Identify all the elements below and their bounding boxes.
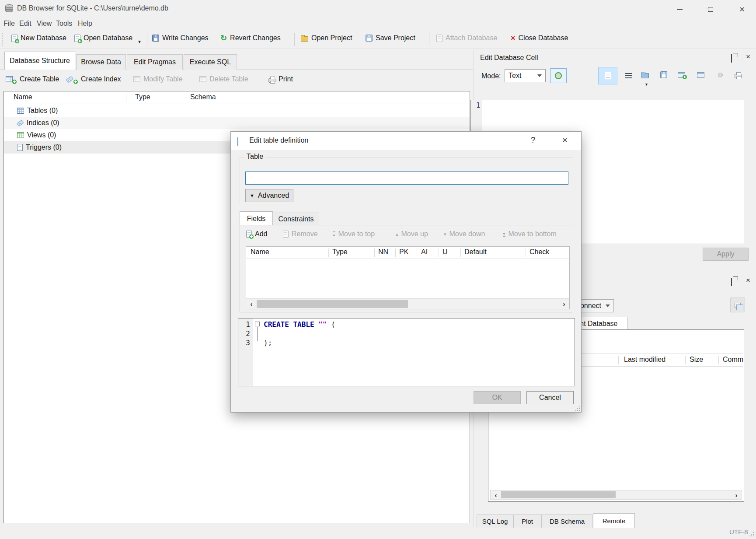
open-in-window-button[interactable] bbox=[675, 69, 688, 81]
minimize-button[interactable] bbox=[673, 3, 686, 16]
triggers-icon bbox=[17, 144, 23, 151]
dialog-resize-grip[interactable] bbox=[575, 406, 580, 411]
revert-changes-button[interactable]: ↻ Revert Changes bbox=[220, 34, 281, 42]
tree-row-indices[interactable]: Indices (0) bbox=[4, 117, 470, 129]
menu-tools[interactable]: Tools bbox=[56, 20, 72, 28]
save-file-icon bbox=[660, 71, 667, 78]
tree-col-type[interactable]: Type bbox=[135, 93, 150, 101]
open-database-dropdown-arrow[interactable]: ▾ bbox=[138, 38, 141, 45]
close-database-button[interactable]: × Close Database bbox=[511, 34, 568, 42]
fields-grid: Name Type NN PK AI U Default Check bbox=[246, 246, 570, 309]
auto-switch-mode-button[interactable] bbox=[550, 68, 567, 83]
grid-col-default[interactable]: Default bbox=[464, 248, 487, 256]
null-value-button[interactable] bbox=[714, 70, 726, 80]
move-up-button[interactable]: ▴ Move up bbox=[396, 230, 428, 238]
print-button[interactable]: Print bbox=[268, 75, 293, 83]
window-link-icon bbox=[697, 72, 704, 78]
dialog-help-button[interactable]: ? bbox=[531, 136, 535, 145]
scroll-thumb[interactable] bbox=[501, 491, 616, 498]
delete-table-button[interactable]: Delete Table bbox=[199, 75, 248, 83]
dock-tab-sql-log[interactable]: SQL Log bbox=[477, 514, 513, 528]
sql-line-number: 3 bbox=[238, 338, 250, 347]
float-icon bbox=[731, 54, 732, 63]
tab-fields[interactable]: Fields bbox=[240, 211, 273, 225]
tab-execute-sql[interactable]: Execute SQL bbox=[184, 54, 237, 70]
grid-col-check[interactable]: Check bbox=[530, 248, 549, 256]
add-field-button[interactable]: Add bbox=[246, 230, 267, 238]
scroll-left-icon[interactable]: ‹ bbox=[491, 491, 501, 499]
new-database-button[interactable]: New Database bbox=[11, 34, 66, 42]
remove-field-button[interactable]: Remove bbox=[283, 230, 318, 238]
dialog-close-button[interactable]: × bbox=[562, 136, 568, 144]
menu-file[interactable]: File bbox=[3, 20, 15, 28]
move-down-button[interactable]: ▾ Move down bbox=[444, 230, 485, 238]
move-to-top-button[interactable]: ▴ Move to top bbox=[333, 230, 375, 238]
close-panel-button[interactable]: × bbox=[746, 276, 750, 284]
scroll-thumb[interactable] bbox=[257, 300, 408, 308]
save-project-button[interactable]: Save Project bbox=[366, 34, 415, 42]
move-to-bottom-button[interactable]: ▾ Move to bottom bbox=[503, 230, 557, 238]
close-window-button[interactable]: × bbox=[735, 3, 749, 16]
tab-constraints[interactable]: Constraints bbox=[273, 213, 319, 225]
float-panel-button[interactable] bbox=[731, 55, 732, 63]
dock-tab-db-schema[interactable]: DB Schema bbox=[541, 514, 593, 528]
grid-col-u[interactable]: U bbox=[442, 248, 448, 256]
menu-edit[interactable]: Edit bbox=[19, 20, 31, 28]
tree-col-name[interactable]: Name bbox=[14, 93, 32, 101]
app-logo-icon bbox=[5, 4, 13, 12]
cancel-button[interactable]: Cancel bbox=[526, 391, 574, 404]
text-view-button[interactable] bbox=[598, 67, 617, 84]
advanced-button[interactable]: ▼ Advanced bbox=[245, 189, 293, 202]
table-name-input[interactable] bbox=[245, 172, 568, 185]
open-project-button[interactable]: Open Project bbox=[301, 34, 352, 42]
mode-select[interactable]: Text bbox=[505, 69, 546, 82]
scroll-right-icon[interactable]: › bbox=[731, 491, 742, 499]
tab-database-structure[interactable]: Database Structure bbox=[4, 52, 75, 70]
col-commit[interactable]: Comm bbox=[723, 356, 743, 364]
export-data-button[interactable] bbox=[657, 69, 670, 81]
close-panel-button[interactable]: × bbox=[746, 53, 750, 60]
window-resize-grip[interactable] bbox=[749, 532, 754, 536]
col-last-modified[interactable]: Last modified bbox=[624, 356, 665, 364]
tree-col-schema[interactable]: Schema bbox=[190, 93, 216, 101]
write-changes-button[interactable]: Write Changes bbox=[152, 34, 209, 42]
create-index-button[interactable]: Create Index bbox=[66, 75, 121, 83]
scroll-left-icon[interactable]: ‹ bbox=[246, 300, 257, 308]
menu-view[interactable]: View bbox=[37, 20, 52, 28]
import-data-button[interactable] bbox=[638, 69, 651, 81]
ok-button[interactable]: OK bbox=[474, 391, 521, 404]
create-table-button[interactable]: Create Table bbox=[6, 75, 59, 83]
grid-col-ai[interactable]: AI bbox=[421, 248, 428, 256]
clone-database-button[interactable] bbox=[730, 298, 745, 312]
import-dropdown-arrow[interactable]: ▾ bbox=[645, 82, 648, 87]
attach-database-button[interactable]: Attach Database bbox=[436, 34, 497, 42]
code-fold-toggle[interactable] bbox=[255, 322, 260, 326]
float-panel-button[interactable] bbox=[731, 278, 732, 286]
open-url-button[interactable] bbox=[694, 69, 707, 81]
dock-tab-remote[interactable]: Remote bbox=[593, 513, 635, 528]
print-cell-button[interactable] bbox=[732, 69, 745, 81]
move-bottom-icon: ▾ bbox=[503, 231, 505, 237]
dialog-titlebar[interactable]: Edit table definition ? × bbox=[231, 132, 581, 151]
open-database-button[interactable]: Open Database bbox=[74, 34, 132, 42]
menu-help[interactable]: Help bbox=[78, 20, 92, 28]
fields-grid-hscrollbar[interactable]: ‹ › bbox=[246, 298, 569, 309]
dock-tab-plot[interactable]: Plot bbox=[513, 514, 541, 528]
grid-col-name[interactable]: Name bbox=[251, 248, 269, 256]
col-size[interactable]: Size bbox=[690, 356, 703, 364]
maximize-button[interactable] bbox=[704, 3, 717, 16]
scroll-right-icon[interactable]: › bbox=[559, 300, 569, 308]
grid-col-pk[interactable]: PK bbox=[399, 248, 408, 256]
toolbar-drag-handle[interactable] bbox=[2, 33, 3, 46]
grid-col-nn[interactable]: NN bbox=[378, 248, 388, 256]
modify-table-button[interactable]: Modify Table bbox=[133, 75, 183, 83]
apply-button[interactable]: Apply bbox=[703, 248, 749, 261]
word-wrap-button[interactable] bbox=[623, 70, 634, 81]
grid-col-type[interactable]: Type bbox=[332, 248, 348, 256]
sql-string: "" bbox=[318, 320, 327, 329]
tree-row-tables[interactable]: Tables (0) bbox=[4, 105, 470, 117]
tab-browse-data[interactable]: Browse Data bbox=[76, 54, 126, 70]
tab-edit-pragmas[interactable]: Edit Pragmas bbox=[127, 54, 183, 70]
encoding-status[interactable]: UTF-8 bbox=[729, 528, 748, 536]
remote-hscrollbar[interactable]: ‹ › bbox=[490, 490, 742, 500]
